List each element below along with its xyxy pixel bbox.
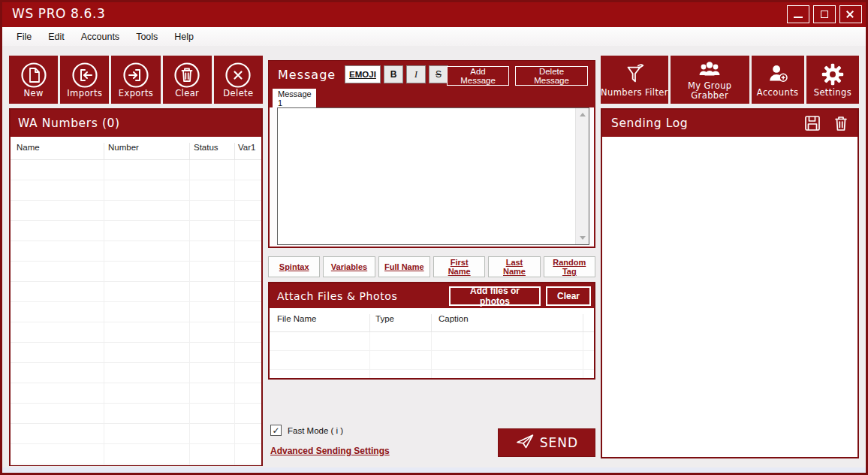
add-message-button[interactable]: Add Message <box>447 66 509 86</box>
message-text-container <box>277 107 589 245</box>
clear-trash-icon <box>173 61 201 89</box>
send-button[interactable]: SEND <box>498 428 595 457</box>
random-tag-button[interactable]: Random Tag <box>544 256 595 277</box>
my-group-grabber-button[interactable]: My Group Grabber <box>671 56 749 104</box>
full-name-button[interactable]: Full Name <box>378 256 430 277</box>
message-title: Message <box>278 68 336 82</box>
accounts-button[interactable]: Accounts <box>752 56 804 104</box>
attach-files-column-header: File Name Type Caption <box>270 308 594 332</box>
message-panel: Message EMOJI B I S Add Message Delete M… <box>268 60 595 248</box>
attach-files-title-text: Attach Files & Photos <box>277 290 397 302</box>
tab-message-1[interactable]: Message 1 <box>273 89 316 107</box>
message-scrollbar[interactable] <box>575 108 589 244</box>
fast-mode-label: Fast Mode ( i ) <box>288 426 343 435</box>
toolbar-label: Settings <box>814 88 851 98</box>
delete-message-button[interactable]: Delete Message <box>515 66 588 86</box>
import-icon <box>71 61 99 89</box>
fast-mode-checkbox[interactable]: ✓ <box>270 425 282 436</box>
menu-tools[interactable]: Tools <box>128 29 166 44</box>
scroll-down-icon[interactable] <box>576 231 589 244</box>
emoji-button[interactable]: EMOJI <box>345 65 381 83</box>
col-file-name[interactable]: File Name <box>277 314 316 323</box>
spintax-button[interactable]: Spintax <box>268 256 320 277</box>
maximize-icon <box>821 11 828 18</box>
menu-file[interactable]: File <box>8 29 40 44</box>
check-icon: ✓ <box>272 426 279 435</box>
export-icon <box>122 61 150 89</box>
wa-numbers-title: WA Numbers (0) <box>11 110 261 137</box>
first-name-button[interactable]: First Name <box>433 256 485 277</box>
app-title: WS PRO 8.6.3 <box>12 6 105 21</box>
col-type[interactable]: Type <box>375 314 394 323</box>
strikethrough-button[interactable]: S <box>429 65 448 83</box>
gear-icon <box>819 61 846 88</box>
minimize-button[interactable] <box>787 5 809 23</box>
wa-numbers-panel: WA Numbers (0) Name Number Status Var1 <box>9 108 263 466</box>
last-name-button[interactable]: Last Name <box>488 256 540 277</box>
fast-mode-toggle[interactable]: ✓ Fast Mode ( i ) <box>270 425 343 436</box>
toolbar-label: Accounts <box>757 88 799 98</box>
toolbar-label: Numbers Filter <box>601 88 668 98</box>
toolbar-label: Imports <box>67 88 102 98</box>
variables-button[interactable]: Variables <box>323 256 375 277</box>
col-caption[interactable]: Caption <box>439 314 469 323</box>
message-textarea[interactable] <box>278 108 575 244</box>
col-number[interactable]: Number <box>108 143 139 152</box>
toolbar-label: New <box>23 88 43 98</box>
right-toolbar: Numbers Filter My Group Grabber Accounts <box>601 56 859 104</box>
clear-button[interactable]: Clear <box>163 56 212 104</box>
add-files-button[interactable]: Add files or photos <box>449 286 541 306</box>
filter-funnel-icon <box>621 61 648 88</box>
new-button[interactable]: New <box>9 56 58 104</box>
variable-buttons-row: Spintax Variables Full Name First Name L… <box>268 256 595 277</box>
minimize-icon <box>794 17 803 18</box>
delete-button[interactable]: Delete <box>214 56 263 104</box>
group-people-icon <box>695 59 725 81</box>
send-label: SEND <box>540 435 578 450</box>
new-document-icon <box>20 61 48 89</box>
sending-log-header: Sending Log <box>602 110 857 137</box>
toolbar-label: Delete <box>223 88 253 98</box>
scroll-up-icon[interactable] <box>576 108 589 121</box>
sending-log-title: Sending Log <box>611 116 688 130</box>
attach-files-panel: Attach Files & Photos Add files or photo… <box>268 282 595 380</box>
clear-files-button[interactable]: Clear <box>546 286 591 306</box>
col-status[interactable]: Status <box>194 143 219 152</box>
message-body <box>270 107 594 247</box>
toolbar-label: Exports <box>119 88 153 98</box>
col-name[interactable]: Name <box>17 143 40 152</box>
sending-log-panel: Sending Log <box>601 108 859 458</box>
delete-x-icon <box>224 61 252 89</box>
bold-button[interactable]: B <box>384 65 403 83</box>
toolbar-label: Clear <box>175 88 199 98</box>
col-var1[interactable]: Var1 <box>238 143 255 152</box>
italic-button[interactable]: I <box>406 65 426 83</box>
status-strip <box>2 467 866 473</box>
numbers-filter-button[interactable]: Numbers Filter <box>601 56 668 104</box>
menu-help[interactable]: Help <box>166 29 202 44</box>
titlebar: WS PRO 8.6.3 <box>0 0 868 27</box>
exports-button[interactable]: Exports <box>111 56 160 104</box>
menubar: File Edit Accounts Tools Help <box>2 27 866 46</box>
paper-plane-icon <box>515 431 535 454</box>
add-account-icon <box>764 61 791 88</box>
left-toolbar: New Imports Exports <box>9 56 263 104</box>
attach-files-title: Attach Files & Photos Add files or photo… <box>270 283 594 308</box>
settings-button[interactable]: Settings <box>806 56 859 104</box>
imports-button[interactable]: Imports <box>60 56 109 104</box>
save-log-button[interactable] <box>803 114 821 132</box>
window-controls <box>787 5 862 23</box>
advanced-sending-settings-link[interactable]: Advanced Sending Settings <box>270 446 390 456</box>
sending-log-actions <box>803 114 850 132</box>
sending-log-list[interactable] <box>602 137 857 457</box>
clear-log-button[interactable] <box>832 114 850 132</box>
menu-edit[interactable]: Edit <box>40 29 73 44</box>
wa-numbers-column-header: Name Number Status Var1 <box>11 137 261 160</box>
toolbar-label: My Group Grabber <box>683 81 736 101</box>
maximize-button[interactable] <box>813 5 836 23</box>
menu-accounts[interactable]: Accounts <box>73 29 128 44</box>
attach-files-table[interactable] <box>270 332 594 378</box>
close-button[interactable] <box>839 5 862 23</box>
wa-numbers-table[interactable] <box>11 160 261 465</box>
